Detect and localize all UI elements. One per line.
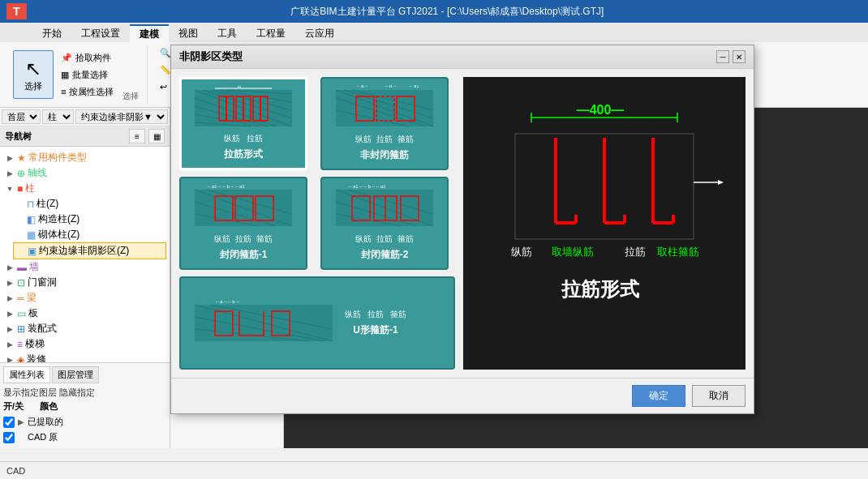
tab-project-settings[interactable]: 工程设置 — [71, 24, 130, 42]
expander-prefab: ▶ — [5, 324, 15, 334]
layer-arrow-1: ▶ — [18, 417, 24, 426]
layer-display-label: 显示指定图层 隐藏指定 — [3, 387, 166, 399]
tree-item-prefab[interactable]: ▶ ⊞ 装配式 — [3, 321, 166, 336]
layer-check-1[interactable] — [3, 417, 15, 428]
cancel-button[interactable]: 取消 — [692, 385, 746, 407]
icon-structural: ◧ — [27, 214, 36, 225]
type-card-fengjin2[interactable]: ←a1→←b→←a1 纵筋 拉筋 箍筋 封闭箍筋-2 — [320, 177, 449, 270]
svg-text:←b→: ←b→ — [385, 85, 397, 88]
layer-check-2[interactable] — [3, 432, 15, 443]
expander-wall: ▶ — [5, 263, 15, 272]
icon-constrained: ▣ — [28, 246, 37, 257]
expander-decoration: ▶ — [5, 355, 15, 363]
fengjin1-sublabels: 纵筋 拉筋 箍筋 — [214, 233, 273, 245]
label-opening: 门窗洞 — [28, 276, 57, 289]
nav-actions: ≡ ▦ — [129, 129, 165, 143]
lajin-main-label: 拉筋形式 — [224, 148, 263, 161]
tree-item-col-z[interactable]: ⊓ 柱(Z) — [13, 196, 166, 212]
floor-selector: 首层 柱 约束边缘非阴影▼ — [0, 108, 170, 126]
svg-lajin: a — [191, 86, 296, 130]
tab-cloud[interactable]: 云应用 — [295, 24, 344, 42]
tree-item-decoration[interactable]: ▶ ◈ 装修 — [3, 352, 166, 362]
svg-text:纵筋: 纵筋 — [511, 246, 532, 258]
floor-select[interactable]: 首层 — [2, 109, 41, 124]
component-select[interactable]: 柱 — [42, 109, 74, 124]
col-color: 颜色 — [40, 400, 58, 413]
dialog-right-panel: —400— — [463, 77, 746, 370]
select-icon: ↖ — [25, 58, 41, 80]
tree-item-slab[interactable]: ▶ ▭ 板 — [3, 306, 166, 321]
select-button[interactable]: ↖ 选择 — [13, 50, 54, 99]
tab-quantities[interactable]: 工程量 — [247, 24, 295, 42]
attr-select-btn[interactable]: ≡ 按属性选择 — [57, 84, 118, 100]
icon-common: ★ — [17, 152, 26, 164]
tab-modeling[interactable]: 建模 — [130, 24, 169, 42]
dialog-minimize-btn[interactable]: ─ — [716, 50, 729, 63]
tree-item-opening[interactable]: ▶ ⊡ 门窗洞 — [3, 275, 166, 290]
prop-tab-layers[interactable]: 图层管理 — [52, 366, 99, 383]
tab-start[interactable]: 开始 — [32, 24, 71, 42]
tree-item-common[interactable]: ▶ ★ 常用构件类型 — [3, 150, 166, 165]
prop-col-headers: 开/关 颜色 — [3, 400, 166, 413]
expander-structural — [15, 215, 24, 225]
label-beam: 梁 — [27, 291, 37, 305]
icon-opening: ⊡ — [17, 277, 25, 289]
label-slab: 板 — [28, 306, 38, 320]
tree-item-wall[interactable]: ▶ ▬ 墙 — [3, 259, 166, 275]
pickup-icon: 📌 — [61, 53, 72, 63]
prop-row-2: CAD 原 — [3, 430, 166, 445]
icon-stair: ≡ — [17, 339, 23, 350]
fj1-gj: 箍筋 — [256, 233, 273, 245]
app-logo: T — [6, 3, 27, 19]
confirm-button[interactable]: 确定 — [632, 385, 685, 407]
svg-text:拉筋形式: 拉筋形式 — [561, 278, 640, 300]
nav-header: 导航树 ≡ ▦ — [0, 126, 170, 147]
fengjin2-main-label: 封闭箍筋-2 — [361, 248, 409, 262]
layer-label-1: 已提取的 — [28, 416, 63, 428]
fengjin1-main-label: 封闭箍筋-1 — [220, 248, 268, 262]
tree-item-masonry-col[interactable]: ▦ 砌体柱(Z) — [13, 227, 166, 242]
tree-item-axis[interactable]: ▶ ⊕ 轴线 — [3, 165, 166, 181]
filter-select[interactable]: 约束边缘非阴影▼ — [75, 109, 168, 124]
type-card-fengjin1[interactable]: ←a1→←b→←a1 纵筋 拉筋 箍筋 封闭箍筋-1 — [179, 177, 307, 270]
lajin-sublabels: 纵筋 拉筋 — [224, 133, 263, 144]
nav-action-grid[interactable]: ▦ — [148, 129, 165, 143]
svg-marker-72 — [718, 180, 724, 185]
prop-tab-attrs[interactable]: 属性列表 — [3, 366, 50, 383]
svg-uxing: ←a→←b→ — [191, 297, 337, 349]
label-axis: 轴线 — [28, 166, 47, 180]
title-bar: T 广联达BIM土建计量平台 GTJ2021 - [C:\Users\郝成喜\D… — [0, 0, 868, 23]
label-stair: 楼梯 — [25, 337, 45, 351]
dialog-close-btn[interactable]: ✕ — [733, 50, 746, 63]
tree-item-constrained[interactable]: ▣ 约束边缘非阴影区(Z) — [13, 242, 166, 259]
label-column: 柱 — [25, 182, 35, 195]
icon-slab: ▭ — [17, 308, 26, 319]
icon-wall: ▬ — [17, 262, 27, 273]
fj1-lj: 拉筋 — [235, 233, 251, 245]
expander-slab: ▶ — [5, 309, 15, 319]
type-card-feifengbi[interactable]: ←a→ ←b→ ←a1 纵筋 拉筋 箍筋 非封闭箍筋 — [320, 77, 449, 170]
fj2-gj: 箍筋 — [397, 233, 414, 245]
type-card-lajin[interactable]: a 纵筋 拉筋 拉筋形式 — [179, 77, 307, 170]
dialog-body: a 纵筋 拉筋 拉筋形式 — [171, 69, 754, 378]
pickup-btn[interactable]: 📌 拾取构件 — [57, 50, 118, 66]
uxing-labels: 纵筋 拉筋 箍筋 U形箍筋-1 — [345, 309, 406, 337]
label-constrained: 约束边缘非阴影区(Z) — [39, 244, 129, 258]
tab-view[interactable]: 视图 — [169, 24, 208, 42]
nav-action-list[interactable]: ≡ — [129, 129, 145, 143]
tree-item-structural-col[interactable]: ◧ 构造柱(Z) — [13, 212, 166, 227]
dialog-title-bar: 非阴影区类型 ─ ✕ — [171, 45, 754, 69]
tree-item-column[interactable]: ▼ ■ 柱 — [3, 181, 166, 196]
status-bar: CAD — [0, 461, 868, 479]
svg-fengjin1: ←a1→←b→←a1 — [191, 185, 296, 230]
tree-item-beam[interactable]: ▶ ═ 梁 — [3, 290, 166, 306]
tab-tools[interactable]: 工具 — [208, 24, 247, 42]
svg-text:←a1: ←a1 — [409, 85, 419, 88]
tree-item-stair[interactable]: ▶ ≡ 楼梯 — [3, 336, 166, 352]
ux-gj: 箍筋 — [390, 309, 406, 320]
select-label: 选择 — [24, 80, 42, 92]
batch-select-btn[interactable]: ▦ 批量选择 — [57, 67, 118, 83]
preview-fengjin1: ←a1→←b→←a1 — [191, 185, 296, 230]
type-card-uxing[interactable]: ←a→←b→ 纵筋 拉筋 箍筋 U形箍筋-1 — [179, 276, 455, 370]
svg-text:←a1→←b→←a1: ←a1→←b→←a1 — [207, 185, 245, 189]
